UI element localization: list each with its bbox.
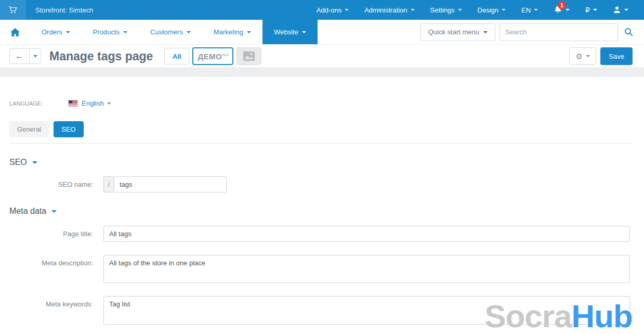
storefront-cart-button[interactable] bbox=[0, 0, 26, 20]
chevron-down-icon bbox=[247, 31, 251, 33]
home-button[interactable] bbox=[0, 20, 30, 44]
seo-name-group: / bbox=[103, 176, 227, 192]
meta-keywords-row: Meta keywords: Tag list bbox=[9, 296, 633, 325]
seo-name-prefix: / bbox=[103, 176, 114, 192]
notification-badge: 1 bbox=[558, 1, 566, 9]
menu-label: Settings bbox=[430, 6, 455, 14]
nav-item-website[interactable]: Website bbox=[262, 20, 318, 44]
search-input[interactable] bbox=[500, 23, 618, 41]
seo-section-title: SEO bbox=[9, 158, 27, 167]
nav-label: Marketing bbox=[214, 28, 243, 36]
form-tabs: General SEO bbox=[9, 121, 633, 137]
storefront-label[interactable]: Storefront: Simtech bbox=[35, 6, 93, 14]
meta-keywords-textarea[interactable]: Tag list bbox=[103, 296, 630, 325]
notifications-button[interactable]: 1 bbox=[554, 5, 570, 15]
chevron-down-icon bbox=[502, 9, 506, 11]
header-divider-strip bbox=[0, 68, 644, 77]
currency-symbol: ₽ bbox=[585, 6, 590, 14]
currency-selector[interactable]: ₽ bbox=[585, 6, 597, 14]
chevron-down-icon bbox=[51, 210, 57, 213]
chevron-down-icon bbox=[345, 9, 349, 11]
meta-section-title: Meta data bbox=[9, 207, 46, 216]
chevron-down-icon bbox=[586, 55, 590, 57]
page-title: Manage tags page bbox=[49, 49, 153, 63]
chevron-down-icon bbox=[66, 31, 70, 33]
storefront-image-button[interactable] bbox=[236, 47, 261, 65]
language-selector[interactable]: English bbox=[82, 99, 111, 107]
nav-item-customers[interactable]: Customers bbox=[139, 20, 202, 44]
page-header: ← Manage tags page All ДЕМОМА ⚙ Save bbox=[0, 45, 644, 68]
nav-label: Products bbox=[93, 28, 120, 36]
meta-description-textarea[interactable]: All tags of the store in one place bbox=[103, 255, 630, 283]
gear-icon: ⚙ bbox=[576, 53, 583, 60]
seo-name-input[interactable] bbox=[114, 176, 227, 192]
user-icon bbox=[613, 6, 621, 14]
seo-name-label: SEO name: bbox=[9, 176, 103, 188]
chevron-down-icon bbox=[302, 31, 306, 33]
meta-description-row: Meta description: All tags of the store … bbox=[9, 255, 633, 283]
meta-section-header[interactable]: Meta data bbox=[9, 207, 633, 216]
chevron-down-icon bbox=[107, 102, 111, 105]
nav-item-orders[interactable]: Orders bbox=[30, 20, 82, 44]
topbar-menu-language[interactable]: EN bbox=[521, 6, 538, 14]
top-bar: Storefront: Simtech Add-ons Administrati… bbox=[0, 0, 644, 20]
main-content: LANGUAGE: English General SEO SEO SEO na… bbox=[0, 99, 644, 325]
tab-general[interactable]: General bbox=[9, 121, 49, 137]
page-title-input[interactable] bbox=[103, 226, 630, 242]
nav-right-group: Quick start menu bbox=[420, 20, 644, 44]
back-button[interactable]: ← bbox=[10, 49, 29, 63]
chevron-down-icon bbox=[411, 9, 415, 11]
flag-icon bbox=[69, 100, 77, 106]
demo-logo-sup: МА bbox=[222, 53, 229, 57]
topbar-menu-administration[interactable]: Administration bbox=[364, 6, 414, 14]
tab-seo[interactable]: SEO bbox=[54, 121, 83, 137]
back-icon: ← bbox=[15, 51, 24, 61]
chevron-down-icon bbox=[33, 55, 37, 57]
search-icon bbox=[624, 28, 633, 36]
search-button[interactable] bbox=[618, 23, 639, 41]
chevron-down-icon bbox=[32, 161, 37, 164]
topbar-menu-addons[interactable]: Add-ons bbox=[317, 6, 349, 14]
image-icon bbox=[243, 52, 255, 61]
nav-item-marketing[interactable]: Marketing bbox=[202, 20, 262, 44]
chevron-down-icon bbox=[534, 9, 538, 11]
menu-label: Administration bbox=[364, 6, 407, 14]
back-split-button: ← bbox=[9, 48, 41, 64]
quick-start-label: Quick start menu bbox=[428, 28, 479, 36]
nav-item-products[interactable]: Products bbox=[82, 20, 139, 44]
demo-logo-text: ДЕМО bbox=[198, 52, 222, 61]
gear-dropdown-button[interactable]: ⚙ bbox=[569, 47, 596, 65]
menu-label: Add-ons bbox=[317, 6, 341, 14]
nav-label: Orders bbox=[42, 28, 62, 36]
menu-label: EN bbox=[521, 6, 531, 14]
chevron-down-icon bbox=[123, 31, 127, 33]
topbar-menu-settings[interactable]: Settings bbox=[430, 6, 462, 14]
chevron-down-icon bbox=[566, 9, 570, 11]
language-label: LANGUAGE: bbox=[9, 100, 69, 107]
quick-start-menu-button[interactable]: Quick start menu bbox=[420, 23, 495, 41]
chevron-down-icon bbox=[624, 9, 628, 11]
seo-section-header[interactable]: SEO bbox=[9, 158, 633, 167]
page-title-label: Page title: bbox=[9, 226, 103, 238]
cart-icon bbox=[8, 6, 18, 14]
save-button[interactable]: Save bbox=[600, 47, 633, 65]
account-menu[interactable] bbox=[613, 6, 628, 14]
nav-label: Website bbox=[274, 28, 298, 36]
storefront-demo-button[interactable]: ДЕМОМА bbox=[192, 47, 233, 65]
menu-label: Design bbox=[478, 6, 498, 14]
home-icon bbox=[10, 28, 20, 36]
page-title-row: Page title: bbox=[9, 226, 633, 242]
language-value: English bbox=[82, 99, 104, 107]
chevron-down-icon bbox=[187, 31, 191, 33]
storefront-all-button[interactable]: All bbox=[164, 48, 189, 65]
storefront-switcher: All ДЕМОМА bbox=[164, 47, 261, 65]
topbar-menu-design[interactable]: Design bbox=[478, 6, 506, 14]
seo-name-row: SEO name: / bbox=[9, 176, 633, 192]
meta-description-label: Meta description: bbox=[9, 255, 103, 267]
language-row: LANGUAGE: English bbox=[9, 99, 633, 107]
back-history-dropdown[interactable] bbox=[29, 49, 41, 63]
chevron-down-icon bbox=[483, 31, 488, 33]
chevron-down-icon bbox=[458, 9, 462, 11]
chevron-down-icon bbox=[593, 9, 597, 11]
main-nav: Orders Products Customers Marketing Webs… bbox=[0, 20, 644, 45]
